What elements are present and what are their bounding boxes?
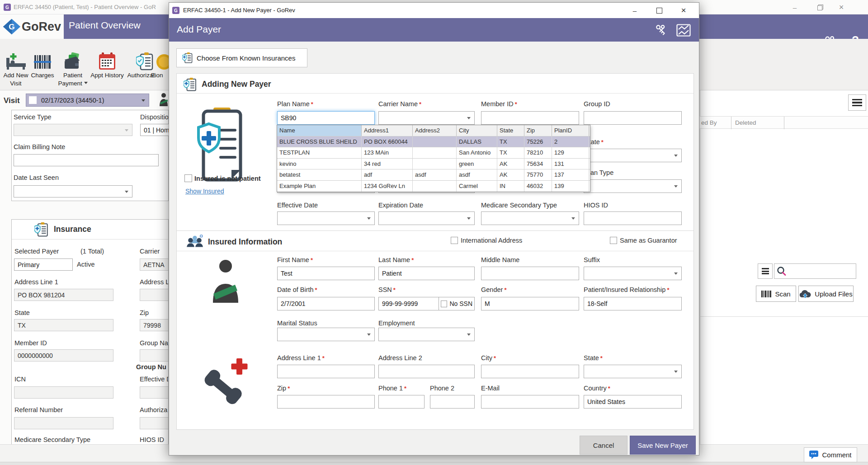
plan-table-header-cell[interactable]: PlanID [552,125,589,136]
files-menu-button[interactable] [758,263,773,279]
toolbar-item-appt-history[interactable]: Appt History [89,52,126,80]
plan-table-cell[interactable]: 2 [552,136,589,147]
dialog-titlebar[interactable]: G ERFAC 34450-1 - Add New Payer - GoRev … [169,3,699,18]
plan-table-cell[interactable]: green [457,159,497,169]
city-input[interactable] [481,365,579,378]
patient-small-icon[interactable] [159,93,168,106]
plan-table-cell[interactable] [413,147,457,158]
plan-table-cell[interactable]: asdf [413,169,457,180]
insured-state-dropdown[interactable] [584,365,682,378]
plan-table-header-row[interactable]: NameAddress1Address2CityStateZipPlanID [277,125,590,136]
payer-state-dropdown[interactable] [584,149,682,162]
plan-table-cell[interactable]: 139 [552,181,589,192]
plan-table-cell[interactable]: 131 [552,159,589,169]
dialog-maximize-button[interactable] [649,3,669,18]
cancel-button[interactable]: Cancel [580,436,627,455]
expiration-date-dropdown[interactable] [378,211,475,225]
bg-close-button[interactable]: × [832,0,850,14]
bg-restore-button[interactable] [811,0,829,14]
address2-input[interactable] [140,289,169,301]
email-input[interactable] [481,395,579,409]
ssn-input[interactable]: 999-99-9999 [378,297,439,310]
plan-table-cell[interactable]: BLUE CROSS BLUE SHEILD [277,136,362,147]
toolbar-item-add-new-visit[interactable]: Add New Visit [2,52,30,88]
plan-table-cell[interactable]: Example Plan [277,181,362,192]
toolbar-item-patient-payment[interactable]: Patient Payment [56,52,90,88]
plan-table-row[interactable]: BLUE CROSS BLUE SHEILDPO BOX 660044DALLA… [277,136,590,148]
disposition-dropdown[interactable]: 01 | Hom [140,124,169,136]
toolbar-item-charges[interactable]: Charges [31,52,54,80]
visit-dropdown[interactable]: 02/17/2023 (34450-1) [26,94,149,107]
bg-minimize-button[interactable]: – [786,0,804,14]
insured-not-patient-checkbox[interactable] [184,174,192,182]
plan-table-cell[interactable]: 75634 [524,159,552,169]
plan-table-cell[interactable]: asdf [457,169,497,180]
group-id-input[interactable] [584,111,682,125]
address-line1-input[interactable] [277,365,375,378]
keys-icon[interactable] [655,23,667,37]
plan-table-row[interactable]: kevino34 redgreenAK75634131 [277,159,590,170]
plan-table-cell[interactable]: TESTPLAN [277,147,362,158]
plan-table-cell[interactable] [413,181,457,192]
plan-table-cell[interactable]: PO BOX 660044 [362,136,413,147]
plan-table-cell[interactable]: IN [497,181,524,192]
plan-table-cell[interactable]: 78210 [524,147,552,158]
medicare-secondary-type-dropdown[interactable] [481,211,579,225]
claim-billing-note-input[interactable] [14,154,159,166]
plan-table-row[interactable]: Example Plan1234 GoRev LnCarmelIN4603213… [277,181,590,192]
plan-table-header-cell[interactable]: State [497,125,524,136]
plan-table-cell[interactable]: kevino [277,159,362,169]
country-dropdown[interactable]: United States [584,395,682,409]
effective-date-input[interactable] [140,386,169,399]
save-new-payer-button[interactable]: Save New Payer [630,436,696,455]
plan-table-cell[interactable]: Carmel [457,181,497,192]
plan-table-cell[interactable]: San Antonio [457,147,497,158]
plan-table-cell[interactable]: DALLAS [457,136,497,147]
chart-image-icon[interactable] [676,24,691,37]
dob-dropdown[interactable]: 2/7/2001 [277,297,375,310]
same-as-guarantor-checkbox[interactable] [610,237,617,244]
plan-table-cell[interactable]: 1234 GoRev Ln [362,181,413,192]
column-header-deleted[interactable]: Deleted [735,119,756,126]
plan-table-cell[interactable]: 75770 [524,169,552,180]
member-id-input[interactable]: 0000000000 [14,349,113,362]
hios-id-input[interactable] [584,211,682,225]
plan-table-cell[interactable]: TX [497,147,524,158]
service-type-dropdown[interactable] [14,124,132,136]
show-insured-link[interactable]: Show Insured [185,188,224,195]
choose-known-insurances-button[interactable]: Choose From Known Insurances [176,48,307,67]
plan-table-cell[interactable]: adf [362,169,413,180]
employment-dropdown[interactable] [378,328,475,341]
no-ssn-checkbox[interactable] [441,301,447,307]
plan-table-header-cell[interactable]: Address1 [362,125,413,136]
plan-table-cell[interactable]: AK [497,159,524,169]
member-id-input[interactable] [481,111,579,125]
last-name-input[interactable]: Patient [378,267,475,280]
gender-dropdown[interactable]: M [481,297,579,310]
dialog-minimize-button[interactable]: – [625,3,645,18]
grid-menu-button[interactable] [848,94,866,111]
plan-table-cell[interactable]: betatest [277,169,362,180]
carrier-input[interactable]: AETNA [140,258,169,271]
plan-table-cell[interactable]: 75226 [524,136,552,147]
plan-table-cell[interactable]: 129 [552,147,589,158]
plan-table-row[interactable]: TESTPLAN123 MAinSan AntonioTX78210129 [277,147,590,159]
relationship-dropdown[interactable]: 18-Self [584,297,682,310]
state-dropdown[interactable]: TX [14,319,113,331]
phone2-input[interactable] [430,395,475,409]
address1-input[interactable]: PO BOX 981204 [14,289,113,301]
insured-zip-input[interactable] [277,395,375,409]
plan-table-cell[interactable]: TX [497,136,524,147]
plan-type-dropdown[interactable] [584,179,682,193]
plan-table-cell[interactable]: 137 [552,169,589,180]
plan-table-cell[interactable]: 46032 [524,181,552,192]
suffix-dropdown[interactable] [584,267,682,280]
column-header-ed-by[interactable]: ed By [701,119,717,126]
international-address-checkbox[interactable] [451,237,458,244]
plan-name-input[interactable]: SB90 [277,111,375,125]
plan-table-header-cell[interactable]: City [457,125,497,136]
plan-table-header-cell[interactable]: Name [277,125,362,136]
authorization-input[interactable] [140,417,169,429]
zip-input[interactable]: 79998 [140,319,169,331]
first-name-input[interactable]: Test [277,267,375,280]
